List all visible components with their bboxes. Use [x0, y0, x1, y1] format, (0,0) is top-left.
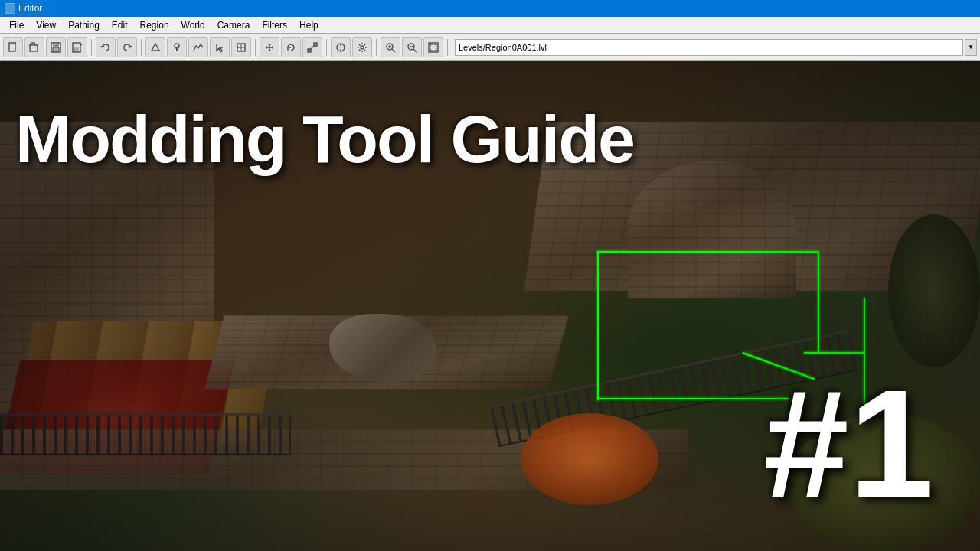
separator-3: [255, 39, 256, 56]
nav-button[interactable]: [331, 37, 351, 57]
menu-region[interactable]: Region: [134, 18, 175, 32]
scale-button[interactable]: [302, 37, 322, 57]
objects-button[interactable]: [231, 37, 251, 57]
selection-box-top: [597, 251, 819, 253]
save-button[interactable]: [46, 37, 66, 57]
menu-filters[interactable]: Filters: [256, 18, 293, 32]
settings-button[interactable]: [352, 37, 372, 57]
separator-4: [326, 39, 327, 56]
app-title: Editor: [18, 3, 42, 14]
separator-5: [376, 39, 377, 56]
title-bar: Editor: [0, 0, 980, 17]
menu-world[interactable]: World: [175, 18, 211, 32]
heightmap-button[interactable]: [188, 37, 208, 57]
rotate-button[interactable]: [281, 37, 301, 57]
guide-title: Modding Tool Guide: [15, 107, 634, 171]
separator-1: [91, 39, 92, 56]
select-button[interactable]: [210, 37, 230, 57]
menu-edit[interactable]: Edit: [106, 18, 134, 32]
selection-box-right-top: [818, 253, 819, 352]
svg-marker-7: [152, 44, 159, 51]
menu-help[interactable]: Help: [293, 18, 325, 32]
svg-line-15: [309, 44, 316, 51]
viewport[interactable]: Modding Tool Guide #1: [0, 61, 980, 551]
svg-point-21: [361, 46, 364, 49]
svg-rect-6: [74, 47, 79, 51]
new-button[interactable]: [3, 37, 23, 57]
foliage-orange: [521, 413, 658, 505]
file-path-dropdown[interactable]: ▼: [965, 39, 977, 56]
selection-box-bottom: [597, 398, 789, 399]
fit-button[interactable]: [423, 37, 443, 57]
undo-button[interactable]: [96, 37, 116, 57]
selection-box-arrow-h: [804, 352, 865, 354]
menu-pathing[interactable]: Pathing: [62, 18, 106, 32]
open-button[interactable]: [24, 37, 44, 57]
file-path-input[interactable]: [455, 39, 963, 56]
svg-rect-3: [53, 47, 59, 51]
svg-rect-4: [54, 43, 58, 46]
zoom-out-button[interactable]: [402, 37, 422, 57]
episode-number: #1: [764, 367, 934, 520]
redo-button[interactable]: [117, 37, 137, 57]
saveas-button[interactable]: [67, 37, 87, 57]
foliage-dark: [888, 214, 980, 367]
selection-box-left: [597, 251, 599, 400]
svg-rect-1: [30, 45, 38, 51]
toolbar: ▼: [0, 34, 980, 61]
menu-view[interactable]: View: [30, 18, 62, 32]
move-button[interactable]: [260, 37, 279, 57]
svg-line-27: [413, 49, 416, 52]
terrain-button[interactable]: [145, 37, 165, 57]
menu-bar: File View Pathing Edit Region World Came…: [0, 17, 980, 34]
svg-rect-0: [9, 43, 15, 51]
paint-button[interactable]: [167, 37, 187, 57]
svg-point-8: [175, 44, 179, 48]
separator-2: [141, 39, 142, 56]
menu-file[interactable]: File: [3, 18, 30, 32]
fence-left: [0, 413, 291, 455]
zoom-in-button[interactable]: [381, 37, 400, 57]
separator-6: [447, 39, 448, 56]
app-icon: [5, 3, 15, 14]
svg-line-23: [392, 49, 395, 52]
menu-camera[interactable]: Camera: [211, 18, 256, 32]
arch-structure: [628, 161, 796, 298]
